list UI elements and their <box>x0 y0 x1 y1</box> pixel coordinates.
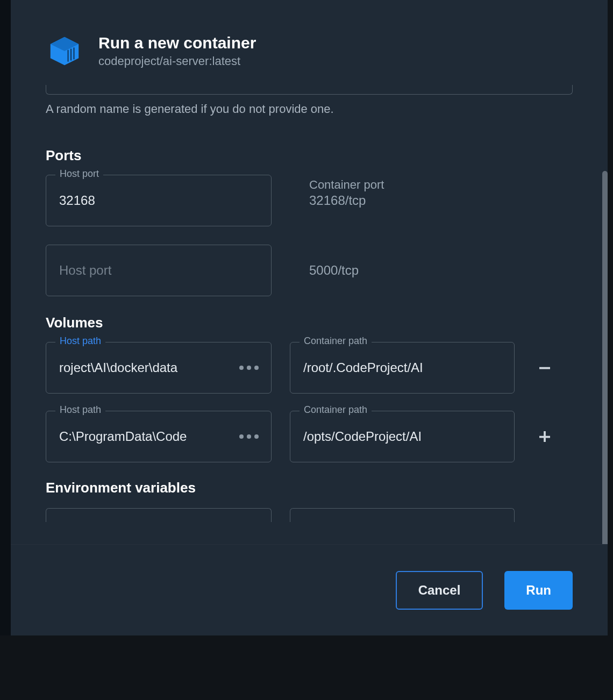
host-path-field: Host path <box>46 342 272 394</box>
header-text: Run a new container codeproject/ai-serve… <box>98 34 256 68</box>
ellipsis-icon <box>239 434 244 439</box>
container-port-value: 5000/tcp <box>309 248 359 278</box>
env-heading: Environment variables <box>46 480 573 496</box>
dialog-footer: Cancel Run <box>11 544 608 635</box>
ellipsis-icon <box>254 366 259 370</box>
port-row: Host port Container port 32168/tcp <box>46 175 573 226</box>
container-path-field: Container path <box>290 411 515 462</box>
scrollbar-thumb[interactable] <box>602 171 608 544</box>
ports-heading: Ports <box>46 147 573 164</box>
volumes-heading: Volumes <box>46 315 573 331</box>
scroll-area: A random name is generated if you do not… <box>11 85 608 544</box>
env-section: Environment variables <box>46 480 573 522</box>
cancel-button[interactable]: Cancel <box>396 571 483 610</box>
host-path-label: Host path <box>55 404 105 416</box>
env-row-partial <box>46 508 573 522</box>
name-hint: A random name is generated if you do not… <box>46 102 573 116</box>
container-name-input-partial[interactable] <box>46 85 573 95</box>
host-path-label: Host path <box>55 335 105 347</box>
image-name: codeproject/ai-server:latest <box>98 54 256 68</box>
remove-volume-button[interactable] <box>533 356 557 380</box>
browse-button[interactable] <box>233 428 265 445</box>
background-strip <box>0 0 11 635</box>
container-path-label: Container path <box>300 404 372 416</box>
browse-button[interactable] <box>233 359 265 376</box>
ellipsis-icon <box>239 366 244 370</box>
dialog-title: Run a new container <box>98 34 256 52</box>
host-port-field: Host port <box>46 175 272 226</box>
volume-row: Host path Container path <box>46 342 573 394</box>
container-path-input[interactable] <box>290 342 515 394</box>
plus-icon <box>537 428 553 445</box>
minus-icon <box>539 367 550 369</box>
container-port-label: Container port <box>309 178 384 192</box>
run-button[interactable]: Run <box>504 571 573 610</box>
container-port-display: 5000/tcp <box>309 245 359 278</box>
host-port-input[interactable] <box>46 245 272 296</box>
run-container-dialog: Run a new container codeproject/ai-serve… <box>11 0 608 635</box>
ellipsis-icon <box>247 434 251 439</box>
host-port-label: Host port <box>55 168 103 180</box>
container-port-display: Container port 32168/tcp <box>309 175 384 208</box>
container-port-value: 32168/tcp <box>309 193 384 208</box>
container-icon <box>46 32 83 70</box>
port-row: 5000/tcp <box>46 245 573 296</box>
container-path-input[interactable] <box>290 411 515 462</box>
container-path-label: Container path <box>300 335 372 347</box>
ellipsis-icon <box>247 366 251 370</box>
volume-row: Host path Container path <box>46 411 573 462</box>
container-path-field: Container path <box>290 342 515 394</box>
host-port-input[interactable] <box>46 175 272 226</box>
host-path-field: Host path <box>46 411 272 462</box>
env-variable-input-partial[interactable] <box>46 508 272 522</box>
svg-rect-4 <box>544 431 546 442</box>
add-volume-button[interactable] <box>533 425 557 448</box>
dialog-header: Run a new container codeproject/ai-serve… <box>11 0 608 85</box>
ellipsis-icon <box>254 434 259 439</box>
env-value-input-partial[interactable] <box>290 508 515 522</box>
host-port-field <box>46 245 272 296</box>
